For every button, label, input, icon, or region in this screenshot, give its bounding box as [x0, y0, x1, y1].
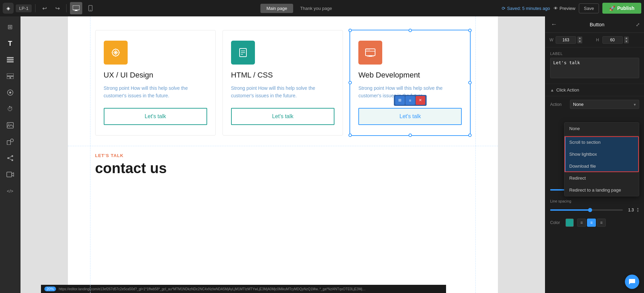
label-textarea[interactable]: Let's talk	[550, 58, 639, 78]
linespacing-slider-row: 1.3 ▲ ▼	[545, 205, 644, 216]
svg-point-36	[368, 50, 369, 51]
align-center-button[interactable]: ≡	[587, 219, 596, 227]
zoom-badge[interactable]: 20%	[44, 287, 56, 291]
sidebar-grid-icon[interactable]: ⊞	[3, 20, 17, 34]
dropdown-item-redirect[interactable]: Redirect	[564, 172, 639, 184]
panel-title: Button	[558, 22, 636, 27]
toolbar-delete-tool[interactable]: ✕	[416, 96, 425, 105]
divider-1	[35, 4, 35, 12]
toolbar-tool-1[interactable]: ⊞	[395, 96, 405, 105]
svg-rect-0	[73, 5, 80, 10]
height-increment[interactable]: ▲	[624, 37, 629, 40]
svg-rect-39	[367, 56, 374, 57]
align-left-button[interactable]: ≡	[577, 219, 586, 227]
ux-title: UX / UI Design	[104, 71, 207, 80]
action-select[interactable]: None Scroll to section Show lightbox Dow…	[570, 100, 639, 109]
dimension-row: W ▲ ▼ H ▲ ▼	[545, 33, 644, 47]
svg-point-18	[11, 155, 13, 157]
undo-button[interactable]: ↩	[39, 3, 50, 14]
linespacing-slider-track[interactable]	[550, 209, 623, 211]
html-button[interactable]: Let's talk	[231, 108, 334, 125]
dropdown-item-redirect-landing[interactable]: Redirect to a landing page	[564, 184, 639, 196]
preview-button[interactable]: 👁 Preview	[554, 6, 575, 11]
service-card-webdev[interactable]: Web Development Strong point How will th…	[350, 30, 470, 136]
publish-button[interactable]: 🚀 Publish	[602, 3, 641, 14]
topbar: ◈ LP-1 ↩ ↪ Main page Thank you page ⟳ Sa…	[0, 0, 644, 16]
sidebar-layout-icon[interactable]	[3, 69, 17, 83]
panel-back-button[interactable]: ←	[549, 19, 558, 29]
label-section: Label Let's talk	[545, 47, 644, 84]
svg-point-14	[8, 124, 9, 125]
action-select-wrapper: None Scroll to section Show lightbox Dow…	[570, 100, 639, 109]
svg-rect-6	[7, 59, 14, 60]
contact-section: LET'S TALK contact us	[68, 146, 498, 183]
canvas-area: UX / UI Design Strong point How will thi…	[20, 16, 545, 293]
panel-header: ← Button ⤢	[545, 16, 644, 33]
html-desc: Strong point How will this help solve th…	[231, 84, 334, 100]
dropdown-item-scroll[interactable]: Scroll to section	[564, 136, 639, 148]
mobile-view-button[interactable]	[84, 2, 97, 14]
svg-rect-5	[7, 57, 14, 58]
alignment-buttons: ≡ ≡ ≡	[577, 219, 606, 227]
svg-rect-2	[74, 11, 78, 11]
webdev-button[interactable]: Let's talk	[358, 108, 462, 125]
webdev-button-wrapper: ⊞ ≡ ✕ Let's talk	[358, 108, 462, 125]
button-toolbar: ⊞ ≡ ✕	[394, 95, 427, 106]
canvas-inner: UX / UI Design Strong point How will thi…	[68, 16, 498, 293]
color-swatch[interactable]	[566, 219, 574, 227]
width-input[interactable]	[556, 36, 576, 44]
panel-expand-button[interactable]: ⤢	[636, 22, 640, 27]
action-label: Action	[550, 102, 567, 107]
width-decrement[interactable]: ▼	[577, 40, 582, 43]
saved-status[interactable]: ⟳ Saved: 5 minutes ago	[502, 6, 550, 11]
sidebar-timer-icon[interactable]: ⏱	[3, 102, 17, 116]
height-input[interactable]	[602, 36, 623, 44]
services-section: UX / UI Design Strong point How will thi…	[68, 16, 498, 146]
sidebar-video-icon[interactable]	[3, 167, 17, 182]
ux-desc: Strong point How will this help solve th…	[104, 84, 207, 100]
svg-point-37	[369, 50, 370, 51]
action-row: Action None Scroll to section Show light…	[545, 96, 644, 112]
sidebar-shapes-icon[interactable]	[3, 135, 17, 149]
chat-bubble[interactable]	[625, 275, 639, 289]
linespacing-decrement[interactable]: ▼	[636, 210, 639, 213]
linespacing-stepper: ▲ ▼	[636, 207, 639, 213]
svg-rect-38	[369, 56, 372, 56]
ux-button[interactable]: Let's talk	[104, 108, 207, 125]
save-button[interactable]: Save	[579, 3, 599, 13]
line-spacing-label: Line spacing	[550, 199, 571, 203]
sidebar-component-icon[interactable]	[3, 85, 17, 100]
dropdown-item-lightbox[interactable]: Show lightbox	[564, 148, 639, 160]
contact-title: contact us	[95, 160, 471, 177]
status-url: https://editor.landingi.com/e13ef267d57c…	[59, 287, 366, 291]
webdev-icon-box	[358, 41, 382, 65]
svg-rect-8	[7, 73, 14, 76]
logo-icon[interactable]: ◈	[3, 3, 14, 14]
project-name[interactable]: LP-1	[16, 4, 32, 12]
linespacing-value: 1.3	[626, 208, 634, 212]
service-card-html[interactable]: HTML / CSS Strong point How will this he…	[223, 30, 343, 136]
click-action-header[interactable]: ▲ Click Action	[545, 84, 644, 96]
dropdown-item-download[interactable]: Download file	[564, 160, 639, 172]
linespacing-slider-thumb[interactable]	[588, 208, 592, 212]
ux-icon-box	[104, 41, 128, 65]
dropdown-divider	[564, 135, 639, 136]
toolbar-tool-2[interactable]: ≡	[405, 96, 415, 105]
main-layout: ⊞ T ⏱ </>	[0, 16, 644, 293]
redo-button[interactable]: ↪	[52, 3, 63, 14]
align-right-button[interactable]: ≡	[597, 219, 606, 227]
right-panel: ← Button ⤢ W ▲ ▼ H ▲ ▼	[545, 16, 644, 293]
desktop-view-button[interactable]	[70, 2, 82, 14]
sidebar-text-icon[interactable]: T	[3, 36, 17, 51]
main-page-tab[interactable]: Main page	[260, 4, 294, 13]
sidebar-code-icon[interactable]: </>	[3, 184, 17, 198]
height-decrement[interactable]: ▼	[624, 40, 629, 43]
sidebar-rows-icon[interactable]	[3, 53, 17, 67]
service-card-ux[interactable]: UX / UI Design Strong point How will thi…	[95, 30, 216, 136]
sidebar-social-icon[interactable]	[3, 151, 17, 165]
width-increment[interactable]: ▲	[577, 37, 582, 40]
alignment-color-row: Color ≡ ≡ ≡	[545, 216, 644, 229]
dropdown-item-none[interactable]: None	[564, 123, 639, 135]
sidebar-image-icon[interactable]	[3, 118, 17, 132]
thank-you-page-tab[interactable]: Thank you page	[294, 4, 338, 13]
